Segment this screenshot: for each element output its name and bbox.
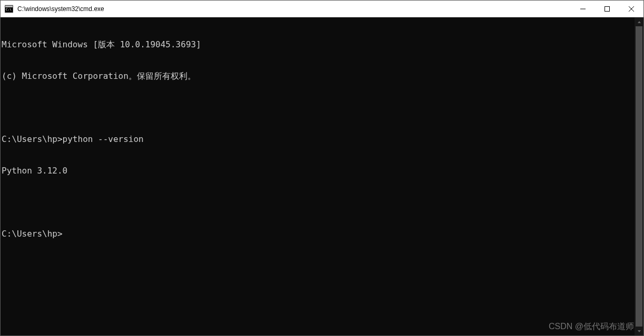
scrollbar-thumb[interactable] bbox=[636, 26, 642, 327]
terminal-line: C:\Users\hp> bbox=[2, 229, 633, 239]
scroll-up-button[interactable] bbox=[635, 17, 643, 26]
terminal-line: C:\Users\hp>python --version bbox=[2, 134, 633, 145]
svg-marker-8 bbox=[638, 330, 641, 332]
maximize-icon bbox=[605, 6, 610, 12]
window-controls bbox=[571, 1, 643, 17]
terminal-line: Microsoft Windows [版本 10.0.19045.3693] bbox=[2, 39, 633, 50]
maximize-button[interactable] bbox=[595, 1, 619, 17]
cmd-icon: C:\ bbox=[5, 5, 13, 13]
terminal-line bbox=[2, 103, 633, 113]
close-button[interactable] bbox=[619, 1, 643, 17]
chevron-up-icon bbox=[637, 20, 641, 24]
titlebar[interactable]: C:\ C:\windows\system32\cmd.exe bbox=[1, 1, 643, 17]
minimize-icon bbox=[580, 6, 586, 12]
cmd-window: C:\ C:\windows\system32\cmd.exe bbox=[0, 0, 644, 336]
scroll-down-button[interactable] bbox=[635, 327, 643, 335]
terminal-output[interactable]: Microsoft Windows [版本 10.0.19045.3693] (… bbox=[1, 17, 635, 335]
svg-rect-4 bbox=[605, 6, 610, 11]
svg-text:C:\: C:\ bbox=[6, 7, 12, 11]
window-title: C:\windows\system32\cmd.exe bbox=[16, 5, 571, 13]
terminal-line: (c) Microsoft Corporation。保留所有权利。 bbox=[2, 71, 633, 82]
scrollbar-track[interactable] bbox=[635, 26, 643, 327]
minimize-button[interactable] bbox=[571, 1, 595, 17]
svg-marker-7 bbox=[638, 21, 641, 23]
vertical-scrollbar[interactable] bbox=[635, 17, 643, 335]
terminal-line bbox=[2, 197, 633, 208]
terminal-line: Python 3.12.0 bbox=[2, 166, 633, 176]
content-area: Microsoft Windows [版本 10.0.19045.3693] (… bbox=[1, 17, 643, 335]
chevron-down-icon bbox=[637, 329, 641, 333]
close-icon bbox=[629, 6, 634, 12]
